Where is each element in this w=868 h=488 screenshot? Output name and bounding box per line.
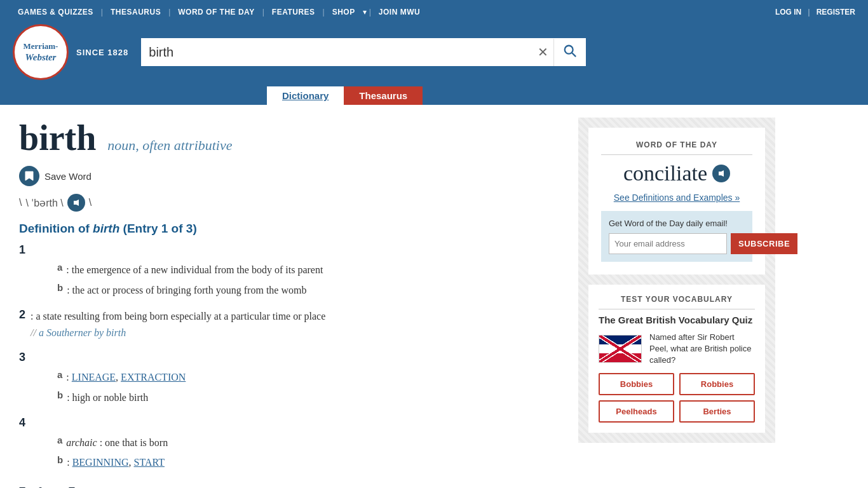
- def-text-1a: : the emergence of a new individual from…: [66, 262, 323, 278]
- wotd-see-definitions-link[interactable]: See Definitions and Examples »: [614, 193, 740, 203]
- def-number-3: 3: [19, 351, 25, 364]
- link-beginning[interactable]: BEGINNING: [72, 457, 129, 468]
- speaker-icon: [72, 199, 80, 207]
- nav-join[interactable]: JOIN MWU: [374, 5, 425, 19]
- def-row-1: 1: [19, 243, 559, 257]
- vocab-quiz-title: The Great British Vocabulary Quiz: [599, 315, 755, 325]
- header-top: GAMES & QUIZZES | THESAURUS | WORD OF TH…: [0, 0, 868, 24]
- def-letter-1a: a: [57, 262, 62, 273]
- def-group-3: 3 a : LINEAGE, EXTRACTION b : high or no…: [19, 351, 559, 405]
- pron-close: \: [89, 197, 92, 208]
- wotd-word-text: conciliate: [623, 161, 707, 186]
- pronunciation: \ \ ˈbərth \ \: [19, 194, 559, 212]
- pron-text: \ ˈbərth \: [25, 197, 63, 209]
- register-link[interactable]: REGISTER: [817, 8, 855, 17]
- wotd-word: conciliate: [601, 161, 752, 186]
- def-row-1a: a : the emergence of a new individual fr…: [38, 262, 559, 278]
- email-input[interactable]: [609, 233, 727, 254]
- def-text-3b: : high or noble birth: [67, 390, 148, 406]
- nav-shop[interactable]: SHOP: [327, 5, 360, 19]
- email-row: SUBSCRIBE: [609, 233, 745, 254]
- def-header-word: birth: [93, 222, 119, 235]
- header-middle: Merriam- Webster SINCE 1828 ✕: [0, 24, 868, 86]
- sidebar: WORD OF THE DAY conciliate See Definitio…: [578, 118, 775, 488]
- quiz-option-robbies[interactable]: Robbies: [679, 373, 755, 395]
- def-text-4b: : BEGINNING, START: [67, 454, 165, 471]
- svg-marker-3: [719, 170, 724, 177]
- main-container: birth noun, often attributive Save Word …: [0, 105, 868, 488]
- def-number-4: 4: [19, 416, 25, 430]
- wotd-divider: [601, 154, 752, 155]
- quiz-options: Bobbies Robbies Peelheads Berties: [599, 373, 755, 423]
- def-letter-3b: b: [57, 390, 63, 400]
- save-word-container[interactable]: Save Word: [19, 166, 559, 186]
- link-extraction[interactable]: EXTRACTION: [121, 372, 186, 383]
- def-row-4a: a archaic : one that is born: [38, 435, 559, 451]
- save-icon: [19, 166, 39, 186]
- wotd-speaker-icon: [717, 170, 725, 177]
- def-row-1b: b : the act or process of bringing forth…: [38, 282, 559, 299]
- quiz-option-peelheads[interactable]: Peelheads: [599, 400, 674, 423]
- quiz-option-bobbies[interactable]: Bobbies: [599, 373, 674, 395]
- uk-flag-image: [599, 335, 642, 363]
- search-button[interactable]: [553, 39, 586, 66]
- tab-thesaurus[interactable]: Thesaurus: [344, 86, 423, 105]
- logo[interactable]: Merriam- Webster: [13, 24, 69, 80]
- vocab-title: TEST YOUR VOCABULARY: [599, 295, 755, 304]
- logo-container: Merriam- Webster SINCE 1828: [13, 24, 128, 80]
- search-input[interactable]: [141, 40, 532, 65]
- def-example-2: // a Southerner by birth: [31, 327, 126, 338]
- def-row-4: 4: [19, 416, 559, 430]
- definitions-list: 1 a : the emergence of a new individual …: [19, 243, 559, 471]
- since-text: SINCE 1828: [76, 48, 128, 57]
- tab-dictionary[interactable]: Dictionary: [267, 86, 344, 105]
- def-text-1b: : the act or process of bringing forth y…: [67, 282, 306, 299]
- def-letter-3a: a: [57, 369, 62, 380]
- pron-open: \: [19, 197, 22, 208]
- svg-line-1: [572, 53, 576, 57]
- pronunciation-audio-button[interactable]: [67, 194, 85, 212]
- def-text-4a: archaic : one that is born: [66, 435, 168, 451]
- quiz-option-berties[interactable]: Berties: [679, 400, 755, 423]
- def-row-3a: a : LINEAGE, EXTRACTION: [38, 369, 559, 386]
- def-group-4: 4 a archaic : one that is born b : BEGIN…: [19, 416, 559, 471]
- def-text-3a: : LINEAGE, EXTRACTION: [66, 369, 186, 386]
- bookmark-icon: [24, 170, 34, 182]
- wotd-title: WORD OF THE DAY: [601, 140, 752, 149]
- wotd-email-label: Get Word of the Day daily email!: [609, 219, 745, 228]
- nav-word-of-day[interactable]: WORD OF THE DAY: [173, 5, 259, 19]
- nav-thesaurus[interactable]: THESAURUS: [105, 5, 166, 19]
- def-row-4b: b : BEGINNING, START: [38, 454, 559, 471]
- vocab-card: TEST YOUR VOCABULARY The Great British V…: [588, 285, 765, 433]
- def-group-1: 1 a : the emergence of a new individual …: [19, 243, 559, 298]
- word-heading: birth noun, often attributive: [19, 118, 559, 158]
- def-letter-4b: b: [57, 454, 63, 465]
- nav-features[interactable]: FEATURES: [267, 5, 320, 19]
- def-letter-4a: a: [57, 435, 62, 445]
- subscribe-button[interactable]: SUBSCRIBE: [731, 233, 797, 254]
- wotd-card: WORD OF THE DAY conciliate See Definitio…: [588, 128, 765, 274]
- def-number-1: 1: [19, 243, 25, 257]
- def-row-2: 2 : a state resulting from being born es…: [19, 308, 559, 341]
- word-pos: noun, often attributive: [107, 137, 232, 153]
- tab-bar: Dictionary Thesaurus: [0, 86, 868, 105]
- nav-games[interactable]: GAMES & QUIZZES: [13, 5, 98, 19]
- svg-point-0: [565, 45, 573, 53]
- clear-search-button[interactable]: ✕: [532, 39, 553, 65]
- content-area: birth noun, often attributive Save Word …: [19, 118, 559, 488]
- link-start[interactable]: START: [134, 457, 165, 468]
- wotd-audio-button[interactable]: [712, 165, 730, 182]
- definition-header: Definition of birth (Entry 1 of 3): [19, 222, 559, 236]
- flag-question: Named after Sir Robert Peel, what are Br…: [649, 332, 755, 367]
- verb-heading: birth verb: [19, 481, 559, 488]
- header-auth: LOG IN | REGISTER: [775, 8, 855, 17]
- flag-row: Named after Sir Robert Peel, what are Br…: [599, 332, 755, 367]
- wotd-link: See Definitions and Examples »: [601, 192, 752, 203]
- vocab-divider: [599, 309, 755, 309]
- link-lineage[interactable]: LINEAGE: [72, 372, 116, 383]
- def-number-2: 2: [19, 308, 25, 322]
- search-bar: ✕: [141, 38, 586, 66]
- save-word-label: Save Word: [44, 171, 92, 182]
- login-link[interactable]: LOG IN: [775, 8, 801, 17]
- svg-marker-2: [74, 200, 79, 206]
